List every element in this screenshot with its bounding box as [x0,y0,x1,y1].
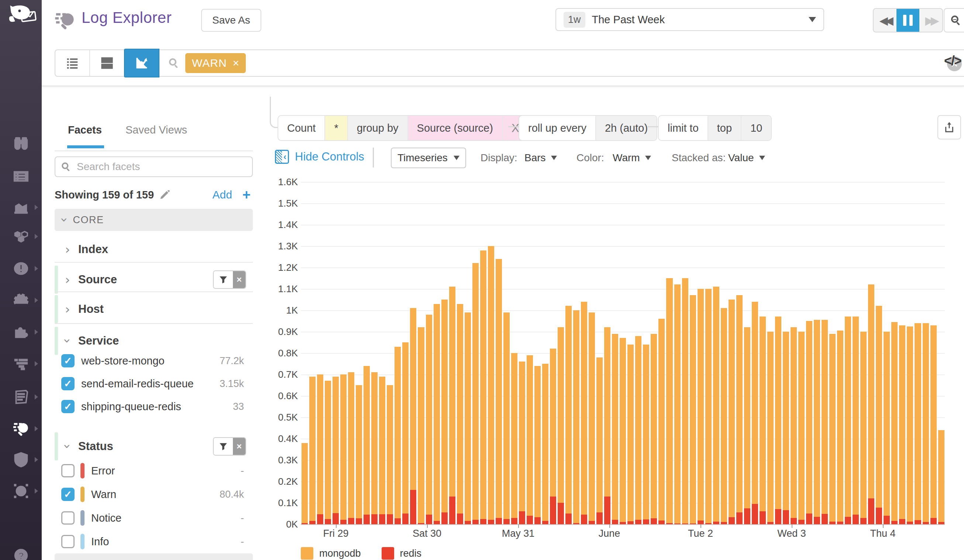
bar[interactable] [433,304,441,524]
bar[interactable] [495,259,503,524]
bar[interactable] [658,319,665,524]
facet-search[interactable] [55,156,253,177]
bar[interactable] [378,377,386,524]
plus-icon[interactable]: + [243,189,251,200]
bar[interactable] [448,287,456,524]
facet-index[interactable]: › Index [55,233,253,266]
view-detail-button[interactable] [90,50,125,76]
datadog-logo[interactable] [5,4,37,31]
nav-synthetics[interactable] [0,481,42,502]
bar[interactable] [518,362,526,524]
nav-traces[interactable] [0,354,42,374]
nav-logs[interactable] [0,418,42,439]
filter-clear-button[interactable]: × [233,438,246,455]
bar[interactable] [355,385,363,524]
bar[interactable] [821,320,829,524]
legend-item[interactable]: mongodb [301,547,361,560]
bar[interactable] [650,334,658,524]
rollup-value-pill[interactable]: 2h (auto) [596,116,656,140]
bar[interactable] [309,377,316,524]
checkbox-unchecked[interactable] [61,511,75,524]
bar[interactable] [844,317,852,524]
facet-value-row[interactable]: ✓ shipping-queue-redis 33 [55,396,253,417]
bar[interactable] [588,312,596,524]
status-row-error[interactable]: Error - [55,460,253,481]
visualization-select[interactable]: Timeseries [391,148,466,168]
bar[interactable] [340,375,347,524]
hide-controls-button[interactable]: ‹ Hide Controls [275,150,364,164]
bar[interactable] [759,317,767,524]
bar[interactable] [875,306,883,524]
checkbox-checked[interactable]: ✓ [61,377,75,390]
bar[interactable] [603,327,611,524]
tab-saved-views[interactable]: Saved Views [125,124,187,136]
bar[interactable] [697,289,705,524]
measure-pill[interactable]: Count [278,116,325,140]
checkbox-unchecked[interactable] [61,464,75,477]
bar[interactable] [596,357,603,524]
status-row-info[interactable]: Info - [55,531,253,552]
bar[interactable] [409,308,417,524]
bar[interactable] [627,344,634,524]
filter-funnel-button[interactable] [214,271,233,288]
bar[interactable] [720,308,728,524]
bar[interactable] [867,284,875,524]
facet-status[interactable]: › Status × [55,430,253,463]
time-range-picker[interactable]: 1w The Past Week [555,8,824,31]
checkbox-checked[interactable]: ✓ [61,400,75,413]
checkbox-checked[interactable]: ✓ [61,354,75,367]
code-view-icon[interactable]: </> [944,53,961,69]
bar[interactable] [736,295,743,524]
view-chart-button[interactable] [124,49,160,78]
bar[interactable] [852,317,860,524]
bar[interactable] [394,347,402,524]
group-by-pill[interactable]: group by [348,116,408,140]
save-as-button[interactable]: Save As [201,9,261,32]
zoom-out-button[interactable]: – [944,8,964,32]
bar[interactable] [472,263,479,524]
tab-facets[interactable]: Facets [68,124,102,136]
bar[interactable] [316,375,324,524]
bar[interactable] [417,327,425,524]
bar[interactable] [798,332,805,524]
bar[interactable] [487,246,495,524]
checkbox-unchecked[interactable] [61,535,75,548]
bar[interactable] [860,332,867,524]
nav-help[interactable]: ? [0,545,42,560]
bar[interactable] [332,377,340,524]
color-select[interactable]: Warm [613,152,651,164]
nav-events[interactable] [0,166,42,187]
limit-value-pill[interactable]: 10 [741,116,771,140]
bar[interactable] [674,284,681,524]
nav-infrastructure[interactable] [0,226,42,247]
bar[interactable] [402,342,409,524]
bar[interactable] [813,320,821,524]
remove-tag-icon[interactable]: × [233,58,239,69]
limit-top-pill[interactable]: top [708,116,741,140]
view-list-button[interactable] [55,50,90,76]
bar[interactable] [883,332,891,524]
facet-value-row[interactable]: ✓ send-email-redis-queue 3.15k [55,373,253,394]
bar[interactable] [922,323,930,524]
limit-label-pill[interactable]: limit to [659,116,708,140]
plot-area[interactable] [301,182,945,524]
facet-value-row[interactable]: ✓ web-store-mongo 77.2k [55,351,253,371]
filter-funnel-button[interactable] [214,438,233,455]
bar[interactable] [503,312,510,524]
bar[interactable] [572,310,580,524]
bar[interactable] [914,323,922,524]
bar[interactable] [565,306,572,524]
bar[interactable] [829,334,836,524]
bar[interactable] [805,321,813,524]
bar[interactable] [681,278,689,524]
bar[interactable] [347,372,355,524]
facet-group-core[interactable]: › CORE [55,209,253,231]
stacked-select[interactable]: Value [728,152,765,164]
bar[interactable] [930,325,938,524]
bar[interactable] [665,278,673,524]
bar[interactable] [891,322,898,524]
status-row-notice[interactable]: Notice - [55,508,253,528]
nav-monitors[interactable] [0,258,42,279]
nav-integrations[interactable] [0,322,42,342]
bar[interactable] [774,317,782,524]
